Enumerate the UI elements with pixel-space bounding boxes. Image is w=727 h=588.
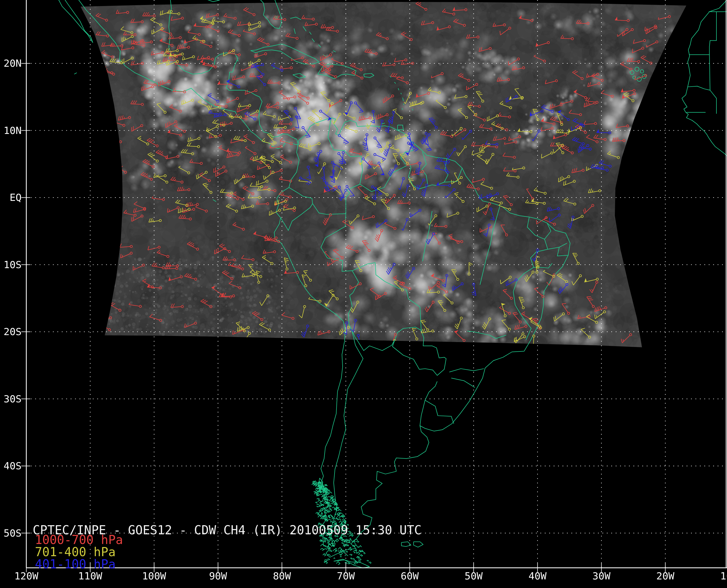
lon-label-20W: 20W [657, 571, 674, 581]
lat-label-10S: 10S [0, 260, 22, 270]
lon-label-70W: 70W [337, 571, 355, 581]
lon-label-110W: 110W [78, 571, 102, 581]
lat-label-20S: 20S [0, 327, 22, 337]
lat-label-40S: 40S [0, 461, 22, 471]
legend-item-high: 401-100 hPa [35, 558, 123, 570]
lat-label-30S: 30S [0, 394, 22, 404]
legend-item-low: 1000-700 hPa [35, 534, 123, 546]
lon-label-30W: 30W [592, 571, 610, 581]
lon-label-40W: 40W [528, 571, 546, 581]
lat-label-30N: 30N [0, 0, 22, 1]
lon-label-80W: 80W [273, 571, 291, 581]
lon-label-60W: 60W [401, 571, 419, 581]
lat-label-EQ: EQ [0, 193, 22, 203]
satellite-map-canvas [0, 0, 727, 588]
satellite-wind-map: 30N20N10NEQ10S20S30S40S50S 120W110W100W9… [0, 0, 727, 588]
lon-label-120W: 120W [14, 571, 39, 581]
lon-label-90W: 90W [209, 571, 227, 581]
lat-label-20N: 20N [0, 58, 22, 68]
lat-label-10N: 10N [0, 126, 22, 135]
pressure-layer-legend: 1000-700 hPa 701-400 hPa 401-100 hPa [35, 534, 123, 570]
lon-label-50W: 50W [465, 571, 483, 581]
legend-item-mid: 701-400 hPa [35, 546, 123, 558]
lat-label-50S: 50S [0, 528, 22, 538]
lon-label-10W: 10W [720, 571, 727, 581]
lon-label-100W: 100W [142, 571, 166, 581]
